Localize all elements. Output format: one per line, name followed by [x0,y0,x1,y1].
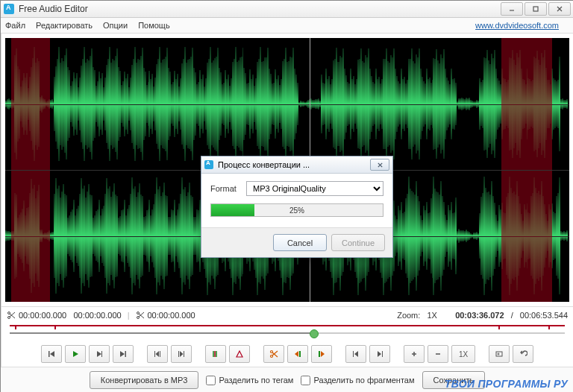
progress-bar: 25% [210,203,383,217]
convert-mp3-button[interactable]: Конвертировать в MP3 [90,371,199,389]
format-label: Format [210,184,246,193]
dialog-app-icon [204,160,213,169]
playback-toolbar: 1X [1,341,573,367]
svg-point-45 [498,353,499,355]
marker-out-button[interactable] [229,345,250,363]
next-marker-button[interactable] [171,345,192,363]
split-by-fragments-checkbox[interactable]: Разделить по фрагментам [301,376,414,385]
zoom-in-button[interactable] [404,345,425,363]
svg-marker-33 [295,351,298,357]
picture-button[interactable] [489,345,510,363]
svg-marker-39 [378,351,381,357]
menubar: Файл Редактировать Опции Помощь www.dvdv… [1,18,573,34]
svg-marker-28 [237,351,242,357]
play-button[interactable] [65,345,86,363]
app-icon [4,4,14,14]
svg-rect-19 [154,351,155,357]
undo-button[interactable] [513,345,533,363]
trim-left-button[interactable] [287,345,308,363]
svg-rect-37 [353,351,354,357]
svg-marker-20 [156,351,160,357]
format-select[interactable]: MP3 OriginalQuality [246,181,383,196]
svg-marker-38 [354,351,358,357]
svg-marker-15 [97,351,101,357]
playback-position: 00:03:36.072 [455,311,504,320]
seek-fwd-button[interactable] [369,345,390,363]
svg-rect-34 [299,351,301,357]
progress-label: 25% [211,204,383,216]
bottom-bar: Конвертировать в MP3 Разделить по тегам … [1,367,573,392]
svg-rect-1 [533,7,538,11]
total-duration: 00:06:53.544 [520,311,568,320]
svg-rect-24 [184,351,184,357]
app-title: Free Audio Editor [19,4,88,14]
skip-end-button[interactable] [113,345,134,363]
svg-marker-13 [50,351,54,357]
svg-rect-21 [160,351,160,357]
minimize-button[interactable] [501,2,523,16]
app-window: Free Audio Editor Файл Редактировать Опц… [0,0,573,392]
window-controls [499,2,571,16]
zoom-label: Zoom: [397,311,420,320]
titlebar: Free Audio Editor [1,1,573,18]
save-button[interactable]: Сохранить [422,371,486,389]
svg-marker-14 [73,351,78,357]
svg-rect-22 [178,351,179,357]
split-by-tags-checkbox[interactable]: Разделить по тегам [206,376,293,385]
conversion-dialog: Процесс конвертации ... Format MP3 Origi… [201,156,393,258]
dialog-continue-button: Continue [331,234,385,251]
cut-button[interactable] [263,345,284,363]
site-link[interactable]: www.dvdvideosoft.com [475,21,559,30]
svg-marker-17 [120,351,125,357]
time-info-bar: 00:00:00.000 00:00:00.000 | 00:00:00.000… [1,306,573,323]
menu-edit[interactable]: Редактировать [36,21,93,30]
selection-end: 00:00:00.000 [73,311,121,320]
menu-options[interactable]: Опции [103,21,128,30]
marker-in-button[interactable] [205,345,226,363]
skip-start-button[interactable] [41,345,62,363]
svg-marker-23 [180,351,184,357]
play-selection-button[interactable] [89,345,110,363]
maximize-button[interactable] [525,2,547,16]
menu-file[interactable]: Файл [5,21,25,30]
svg-marker-36 [321,351,325,357]
dialog-cancel-button[interactable]: Cancel [273,234,327,251]
slider-handle[interactable] [310,329,319,338]
prev-marker-button[interactable] [147,345,168,363]
zoom-value: 1X [427,311,436,320]
dialog-close-button[interactable] [370,159,389,171]
selection-start: 00:00:00.000 [19,311,66,320]
svg-rect-35 [319,351,320,357]
dialog-titlebar: Процесс конвертации ... [201,157,392,174]
scissors-icon [7,311,16,320]
timeline-slider[interactable] [10,325,565,340]
scissors-icon [136,311,145,320]
menu-help[interactable]: Помощь [138,21,170,30]
speed-indicator[interactable]: 1X [451,345,475,363]
svg-rect-18 [125,351,127,357]
seek-back-button[interactable] [345,345,366,363]
dialog-title: Процесс конвертации ... [218,160,310,169]
cut-position: 00:00:00.000 [148,311,195,320]
trim-right-button[interactable] [311,345,332,363]
zoom-out-button[interactable] [428,345,448,363]
svg-rect-12 [48,351,50,357]
close-button[interactable] [548,2,571,16]
svg-rect-16 [101,351,102,357]
svg-rect-40 [382,351,383,357]
